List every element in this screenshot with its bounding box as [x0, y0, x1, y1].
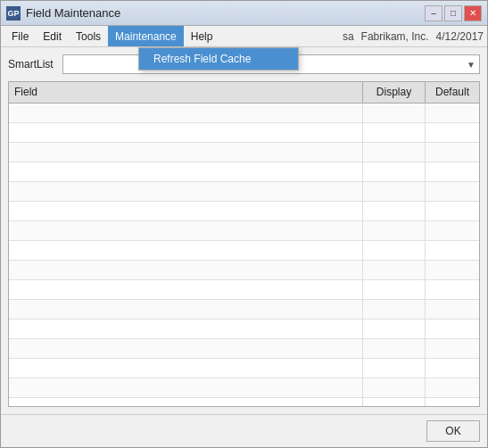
current-date: 4/12/2017 [436, 30, 484, 43]
window-title: Field Maintenance [26, 6, 120, 20]
table-row [9, 300, 479, 319]
ok-button[interactable]: OK [426, 420, 480, 442]
menu-bar: File Edit Tools Maintenance Help sa Fabr… [1, 26, 487, 47]
close-button[interactable]: ✕ [464, 5, 482, 21]
table-row [9, 261, 479, 280]
table-row [9, 241, 479, 261]
table-row [9, 143, 479, 162]
bottom-bar: OK [1, 414, 487, 447]
restore-button[interactable]: □ [444, 5, 462, 21]
table-row [9, 339, 479, 359]
menu-file[interactable]: File [4, 26, 36, 46]
column-default: Default [426, 82, 479, 103]
table-row [9, 182, 479, 202]
title-bar-left: GP Field Maintenance [6, 6, 120, 21]
table-row [9, 123, 479, 143]
table-header: Field Display Default [9, 82, 479, 104]
content-area: SmartList ▼ Field Display Default [1, 47, 487, 414]
menu-help[interactable]: Help [184, 26, 220, 46]
company-name: Fabrikam, Inc. [361, 30, 429, 43]
maintenance-dropdown: Refresh Field Cache [138, 47, 299, 71]
field-table: Field Display Default [8, 81, 480, 407]
dropdown-arrow-icon: ▼ [467, 60, 476, 70]
menu-maintenance[interactable]: Maintenance [108, 26, 184, 46]
main-window: GP Field Maintenance – □ ✕ File Edit Too… [0, 0, 488, 448]
table-row [9, 378, 479, 398]
title-bar: GP Field Maintenance – □ ✕ [1, 1, 487, 26]
menu-edit[interactable]: Edit [36, 26, 69, 46]
table-row [9, 319, 479, 339]
column-display: Display [363, 82, 426, 103]
table-body [9, 104, 479, 406]
table-row [9, 280, 479, 300]
app-icon: GP [6, 6, 21, 21]
table-row [9, 221, 479, 241]
table-row [9, 359, 479, 378]
column-field: Field [9, 82, 363, 103]
refresh-field-cache-item[interactable]: Refresh Field Cache [139, 48, 298, 70]
minimize-button[interactable]: – [425, 5, 443, 21]
menu-tools[interactable]: Tools [69, 26, 108, 46]
table-row [9, 398, 479, 406]
menu-bar-right: sa Fabrikam, Inc. 4/12/2017 [343, 30, 484, 43]
title-bar-controls: – □ ✕ [425, 5, 482, 21]
user-initials: sa [343, 30, 354, 43]
table-row [9, 104, 479, 123]
smartlist-label: SmartList [8, 58, 57, 71]
table-row [9, 162, 479, 182]
table-row [9, 202, 479, 221]
